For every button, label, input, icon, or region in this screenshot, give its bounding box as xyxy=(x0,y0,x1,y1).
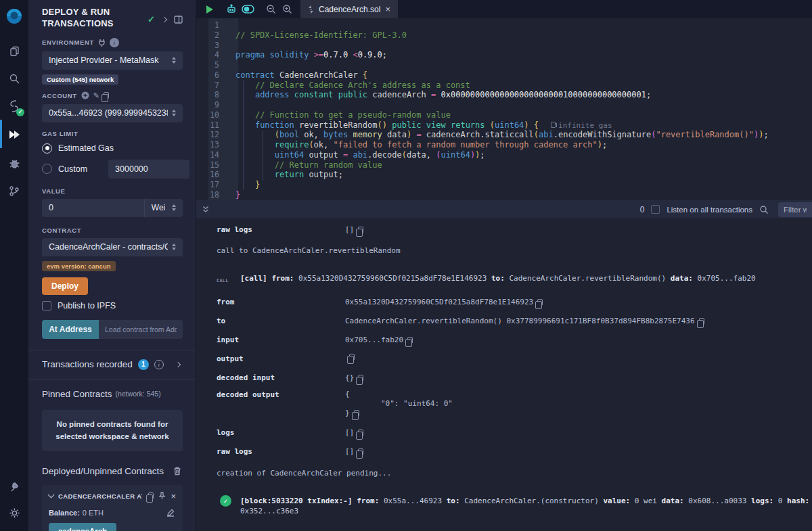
search-icon[interactable] xyxy=(0,67,28,90)
environment-info-icon[interactable]: i xyxy=(110,38,119,47)
trash-icon[interactable] xyxy=(173,467,181,476)
code-editor[interactable]: 12// SPDX-License-Identifier: GPL-3.034p… xyxy=(196,18,812,200)
copy-icon[interactable] xyxy=(358,375,363,382)
terminal-log-row[interactable]: output xyxy=(217,354,812,364)
copy-icon[interactable] xyxy=(358,448,363,455)
debugger-icon[interactable] xyxy=(0,152,28,175)
file-explorer-icon[interactable] xyxy=(0,39,28,62)
copy-icon[interactable] xyxy=(407,337,413,344)
code-line[interactable]: 12 (bool ok, bytes memory data) = cadenc… xyxy=(196,130,812,140)
tab-close-icon[interactable]: × xyxy=(385,4,390,14)
plug-icon[interactable] xyxy=(98,39,106,47)
git-icon[interactable] xyxy=(0,179,28,202)
contract-value: CadenceArchCaler - contracts/Cac xyxy=(49,242,168,252)
plugin-manager-icon[interactable] xyxy=(0,474,28,497)
edit-balance-icon[interactable] xyxy=(166,509,175,517)
terminal-log-row[interactable]: input0x705...fab20 xyxy=(217,335,812,345)
terminal-log-row[interactable]: creation of CadenceArchCaler pending... xyxy=(217,468,812,478)
contract-method-button[interactable]: cadenceArch xyxy=(49,523,116,531)
account-select[interactable]: 0x55a...46923 (999.9999453238 xyxy=(42,104,183,122)
card-collapse-icon[interactable] xyxy=(48,492,55,499)
copy-account-icon[interactable] xyxy=(104,92,109,99)
publish-ipfs-option[interactable]: Publish to IPFS xyxy=(42,301,183,310)
terminal-log-row[interactable]: ✓[block:5033220 txIndex:-] from: 0x55a..… xyxy=(217,496,812,516)
terminal-filter-input[interactable] xyxy=(778,202,812,217)
terminal-log-row[interactable]: decoded input{} xyxy=(217,373,812,383)
run-script-icon[interactable] xyxy=(202,0,218,18)
value-input[interactable]: 0 xyxy=(42,199,144,217)
copy-icon[interactable] xyxy=(537,299,543,306)
terminal-header: 0 Listen on all transactions xyxy=(196,200,812,219)
settings-gear-icon[interactable] xyxy=(0,501,28,524)
publish-ipfs-checkbox[interactable] xyxy=(42,301,51,310)
copy-icon[interactable] xyxy=(699,318,704,325)
code-line[interactable]: 15 // Return random value xyxy=(196,160,812,170)
code-line[interactable]: 4pragma solidity >=0.7.0 <0.9.0; xyxy=(196,50,812,60)
remix-ai-robot-icon[interactable] xyxy=(223,0,240,18)
environment-select[interactable]: Injected Provider - MetaMask xyxy=(42,51,183,70)
tab-cadencearch-sol[interactable]: CadenceArch.sol × xyxy=(300,0,398,18)
terminal-search-icon[interactable] xyxy=(759,205,769,214)
transactions-info-icon[interactable]: i xyxy=(154,360,164,369)
terminal: 0 Listen on all transactions raw logs[]c… xyxy=(196,200,812,531)
terminal-log-row[interactable]: raw logs[] xyxy=(217,446,812,457)
copy-icon[interactable] xyxy=(358,430,363,436)
terminal-log-row[interactable]: logs[] xyxy=(217,428,812,438)
code-line[interactable]: 6contract CadenceArchCaler { xyxy=(196,70,812,80)
terminal-log-row[interactable]: decoded output{ "0": "uint64: 0"} xyxy=(217,390,812,418)
copy-icon[interactable] xyxy=(354,410,359,417)
estimated-gas-option[interactable]: Estimated Gas xyxy=(42,143,183,154)
code-line[interactable]: 14 uint64 output = abi.decode(data, (uin… xyxy=(196,150,812,160)
code-line[interactable]: 17 } xyxy=(196,180,812,190)
terminal-log-row[interactable]: raw logs[] xyxy=(217,225,812,235)
code-line[interactable]: 18} xyxy=(196,190,812,200)
code-line[interactable]: 8 address constant public cadenceArch = … xyxy=(196,90,812,100)
custom-gas-radio[interactable] xyxy=(42,164,52,174)
line-number: 15 xyxy=(196,160,226,170)
code-line[interactable]: 7 // Declare Cadence Arch's address as a… xyxy=(196,80,812,91)
custom-gas-option[interactable]: Custom xyxy=(42,160,183,179)
solidity-compiler-icon[interactable]: ✓ xyxy=(0,95,28,118)
terminal-log-row[interactable]: from0x55a1320D432759960C5Df0215a8dF78e1E… xyxy=(217,297,812,307)
panel-chevron-icon[interactable] xyxy=(162,17,167,22)
estimated-gas-radio[interactable] xyxy=(42,143,52,154)
close-card-icon[interactable]: × xyxy=(171,491,176,501)
panel-split-icon[interactable] xyxy=(174,16,183,24)
terminal-log-row[interactable]: call to CadenceArchCaler.revertibleRando… xyxy=(217,246,812,256)
value-unit-select[interactable]: Wei xyxy=(144,199,183,217)
balance-value: 0 ETH xyxy=(83,509,104,517)
at-address-button[interactable]: At Address xyxy=(42,320,99,339)
toggle-widget-icon[interactable] xyxy=(240,0,256,18)
at-address-input[interactable] xyxy=(99,320,183,339)
copy-icon[interactable] xyxy=(358,227,363,233)
zoom-out-icon[interactable] xyxy=(263,0,279,18)
code-line[interactable]: 5 xyxy=(196,60,812,70)
pin-icon[interactable] xyxy=(158,492,166,500)
copy-address-icon[interactable] xyxy=(148,492,154,499)
expand-terminal-icon[interactable] xyxy=(202,205,210,214)
deploy-button[interactable]: Deploy xyxy=(42,277,88,295)
custom-gas-input[interactable] xyxy=(108,160,189,179)
zoom-in-icon[interactable] xyxy=(279,0,295,18)
remix-logo[interactable] xyxy=(0,0,28,34)
code-line[interactable]: 3 xyxy=(196,41,812,51)
contract-select[interactable]: CadenceArchCaler - contracts/Cac xyxy=(42,238,183,256)
code-line[interactable]: 2// SPDX-License-Identifier: GPL-3.0 xyxy=(196,30,812,41)
terminal-log-row[interactable]: toCadenceArchCaler.revertibleRandom() 0x… xyxy=(217,316,812,326)
code-line[interactable]: 13 require(ok, "failed to fetch a random… xyxy=(196,140,812,150)
code-line[interactable]: 11 function revertibleRandom() public vi… xyxy=(196,120,812,131)
add-account-icon[interactable] xyxy=(81,91,89,99)
editor-region: CadenceArch.sol × 12// SPDX-License-Iden… xyxy=(196,0,812,531)
listen-all-checkbox[interactable] xyxy=(651,205,660,214)
transactions-recorded-row[interactable]: Transactions recorded 1 i xyxy=(42,350,183,379)
edit-account-icon[interactable]: ✎ xyxy=(93,91,99,100)
terminal-log-row[interactable]: call[call] from: 0x55a1320D432759960C5Df… xyxy=(217,273,812,286)
code-line[interactable]: 10 // Function to get a pseudo-random va… xyxy=(196,110,812,120)
copy-icon[interactable] xyxy=(349,354,355,361)
code-line[interactable]: 1 xyxy=(196,20,812,30)
code-line[interactable]: 16 return output; xyxy=(196,170,812,180)
deploy-run-icon[interactable] xyxy=(0,123,28,146)
code-line[interactable]: 9 xyxy=(196,100,812,110)
transactions-expand-icon[interactable] xyxy=(175,362,181,367)
line-number: 10 xyxy=(196,110,226,120)
